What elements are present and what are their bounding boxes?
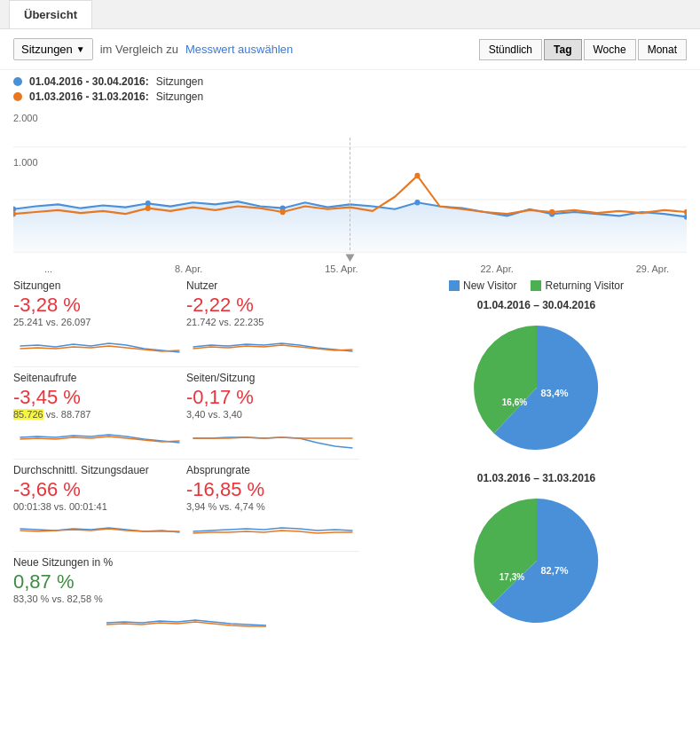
metric-absprungrate: Absprungrate -16,85 % 3,94 % vs. 4,74 % [186,464,359,546]
mini-chart-absprungrate [186,517,359,544]
metric-neue-sitzungen: Neue Sitzungen in % 0,87 % 83,30 % vs. 8… [13,556,359,639]
date-label-1: Sitzungen [156,75,203,88]
pie2-green-pct: 17,3% [499,572,523,582]
pie-chart-1: 83,4% 16,6% [466,317,608,459]
new-visitor-label: New Visitor [463,279,516,292]
value-sitzungsdauer: -3,66 % [13,478,186,501]
date-legend: 01.04.2016 - 30.04.2016: Sitzungen 01.03… [0,70,700,111]
metric-sitzungsdauer: Durchschnittl. Sitzungsdauer -3,66 % 00:… [13,464,186,546]
compare-neue-sitzungen: 83,30 % vs. 82,58 % [13,593,359,604]
metric-link[interactable]: Messwert auswählen [185,43,293,56]
y-label-top: 2.000 [13,113,38,123]
value-sitzungen: -3,28 % [13,294,186,317]
highlighted-value: 85.726 [13,409,43,420]
visitor-legend: New Visitor Returning Visitor [381,279,691,292]
time-btn-tag[interactable]: Tag [544,39,581,60]
compare-sitzungsdauer: 00:01:38 vs. 00:01:41 [13,501,186,512]
pie-title-2: 01.03.2016 – 31.03.2016 [381,472,691,484]
returning-visitor-icon [531,280,541,291]
pie1-green-pct: 16,6% [501,397,526,407]
pie1-blue-pct: 83,4% [540,388,568,398]
chart-x-labels: ... 8. Apr. 15. Apr. 22. Apr. 29. Apr. [13,262,687,276]
toolbar: Sitzungen ▼ im Vergleich zu Messwert aus… [0,29,700,70]
x-label-dots: ... [44,263,52,274]
metric-row-1: Sitzungen -3,28 % 25.241 vs. 26.097 Nutz… [13,279,359,362]
time-btn-woche[interactable]: Woche [584,39,636,60]
svg-point-12 [280,209,286,215]
metric-sitzungen: Sitzungen -3,28 % 25.241 vs. 26.097 [13,279,186,362]
y-label-mid: 1.000 [13,157,38,168]
dropdown-label: Sitzungen [21,43,73,56]
compare-seitenaufrufe: 85.726 vs. 88.787 [13,409,186,420]
value-nutzer: -2,22 % [186,294,359,317]
pie-section-1: 01.04.2016 – 30.04.2016 83,4% 16,6% [381,299,691,459]
svg-point-11 [146,205,151,210]
pie2-blue-pct: 82,7% [540,565,568,576]
metric-dropdown[interactable]: Sitzungen ▼ [13,38,93,60]
value-absprungrate: -16,85 % [186,478,359,501]
svg-point-15 [684,209,687,215]
mini-chart-sitzungsdauer [13,517,186,544]
tab-overview[interactable]: Übersicht [9,0,92,28]
pie-section-2: 01.03.2016 – 31.03.2016 82,7% 17,3% [381,472,691,632]
mini-chart-seitenaufrufe [13,425,186,452]
label-neue-sitzungen: Neue Sitzungen in % [13,556,359,569]
metric-seiten-sitzung: Seiten/Sitzung -0,17 % 3,40 vs. 3,40 [186,372,359,454]
mini-chart-sitzungen [13,333,186,359]
metrics-left: Sitzungen -3,28 % 25.241 vs. 26.097 Nutz… [0,279,373,645]
x-label-29apr: 29. Apr. [636,263,669,274]
separator-1 [13,366,359,367]
pie-svg-2: 82,7% 17,3% [466,490,608,632]
label-nutzer: Nutzer [186,279,359,292]
label-sitzungen: Sitzungen [13,279,186,292]
x-label-8apr: 8. Apr. [175,263,202,274]
dot-blue-1 [13,77,22,86]
compare-text: im Vergleich zu [100,43,178,56]
compare-sitzungen: 25.241 vs. 26.097 [13,317,186,327]
x-label-22apr: 22. Apr. [480,263,513,274]
metric-nutzer: Nutzer -2,22 % 21.742 vs. 22.235 [186,279,359,362]
time-btn-stundlich[interactable]: Stündlich [479,39,542,60]
tab-bar: Übersicht [0,0,700,29]
pie-svg-1: 83,4% 16,6% [466,317,608,459]
x-label-15apr: 15. Apr. [325,263,358,274]
compare-seiten-sitzung: 3,40 vs. 3,40 [186,409,359,420]
returning-visitor-label: Returning Visitor [545,279,624,292]
value-neue-sitzungen: 0,87 % [13,570,359,593]
value-seiten-sitzung: -0,17 % [186,386,359,409]
label-absprungrate: Absprungrate [186,464,359,476]
label-sitzungsdauer: Durchschnittl. Sitzungsdauer [13,464,186,476]
dot-orange-2 [13,92,22,101]
metric-row-4: Neue Sitzungen in % 0,87 % 83,30 % vs. 8… [13,556,359,639]
mini-chart-neue-sitzungen [13,609,359,636]
pie-title-1: 01.04.2016 – 30.04.2016 [381,299,691,311]
time-buttons: Stündlich Tag Woche Monat [479,39,687,60]
legend-returning-visitor: Returning Visitor [531,279,624,292]
svg-point-7 [414,200,420,205]
chevron-down-icon: ▼ [76,44,85,54]
metric-row-2: Seitenaufrufe -3,45 % 85.726 vs. 88.787 … [13,372,359,454]
svg-point-13 [414,173,420,178]
main-content: Sitzungen -3,28 % 25.241 vs. 26.097 Nutz… [0,271,700,654]
date-range-2: 01.03.2016 - 31.03.2016: [29,90,149,103]
pie-chart-2: 82,7% 17,3% [466,490,608,632]
legend-new-visitor: New Visitor [449,279,516,292]
label-seitenaufrufe: Seitenaufrufe [13,372,186,384]
metric-seitenaufrufe: Seitenaufrufe -3,45 % 85.726 vs. 88.787 [13,372,186,454]
metrics-right: New Visitor Returning Visitor 01.04.2016… [373,279,700,645]
svg-point-14 [549,209,554,215]
compare-absprungrate: 3,94 % vs. 4,74 % [186,501,359,512]
chart-svg [13,138,687,262]
date-range-1: 01.04.2016 - 30.04.2016: [29,75,149,88]
mini-chart-seiten-sitzung [186,425,359,452]
date-row-1: 01.04.2016 - 30.04.2016: Sitzungen [13,75,687,88]
chart-area: 2.000 1.000 [0,111,700,271]
time-btn-monat[interactable]: Monat [638,39,687,60]
new-visitor-icon [449,280,460,291]
date-label-2: Sitzungen [156,90,203,103]
mini-chart-nutzer [186,333,359,359]
compare-nutzer: 21.742 vs. 22.235 [186,317,359,327]
compare-rest: vs. 88.787 [46,409,91,420]
separator-2 [13,459,359,460]
metric-row-3: Durchschnittl. Sitzungsdauer -3,66 % 00:… [13,464,359,546]
